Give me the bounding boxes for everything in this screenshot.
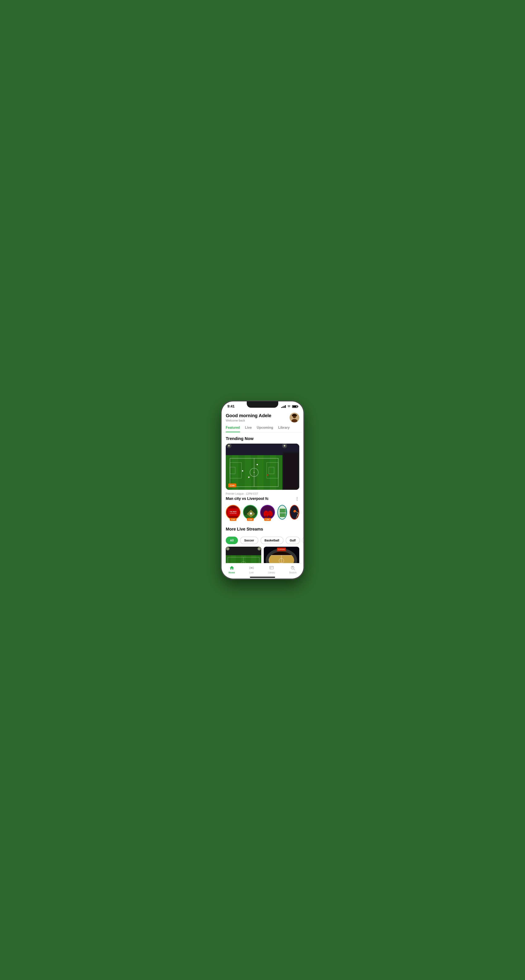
trending-section-title: Trending Now <box>221 433 304 444</box>
avatar[interactable] <box>290 413 299 422</box>
circle-live-badge-2: Live <box>247 518 254 521</box>
wifi-icon <box>287 405 291 408</box>
svg-line-85 <box>294 569 295 570</box>
circle-live-badge-3: Live <box>264 518 271 521</box>
trending-live-badge: Live <box>228 484 236 487</box>
sport-circle-boxing[interactable]: Live <box>260 505 275 520</box>
greeting-subtitle: Welcome back <box>226 419 271 422</box>
svg-rect-63 <box>236 555 241 563</box>
svg-rect-62 <box>226 555 231 563</box>
library-icon <box>269 565 274 570</box>
nav-library[interactable]: Library <box>268 565 275 574</box>
svg-point-3 <box>292 415 294 416</box>
home-icon <box>229 565 234 570</box>
match-title-row: Man city vs Liverpool fc ⋮ <box>226 496 299 501</box>
svg-point-26 <box>284 445 285 447</box>
signal-icon <box>281 405 286 408</box>
sport-circle-soccer[interactable]: THE REDS GO MARCHING Live <box>226 505 240 520</box>
svg-point-17 <box>254 472 255 473</box>
svg-point-28 <box>257 464 258 465</box>
tab-featured[interactable]: Featured <box>226 426 240 432</box>
svg-point-25 <box>228 445 230 447</box>
nav-search-label: Search <box>289 571 296 574</box>
svg-point-51 <box>298 509 299 511</box>
stream-card-soccer[interactable]: Live CHAMPIONS LEAGUE Man United vs Chel… <box>226 547 261 563</box>
phone-frame: 9:41 <box>221 401 304 579</box>
svg-line-56 <box>298 515 299 518</box>
nav-library-label: Library <box>268 571 275 574</box>
svg-point-87 <box>292 566 293 568</box>
content-area[interactable]: Good morning Adele Welcome back <box>221 410 304 563</box>
svg-point-29 <box>267 474 268 476</box>
svg-text:THE REDS: THE REDS <box>230 511 237 512</box>
stream-thumb-basketball: CLIPPERS Live <box>264 547 299 563</box>
trending-card[interactable]: Live <box>226 444 299 490</box>
filter-gulf[interactable]: Gulf <box>286 537 300 544</box>
svg-rect-60 <box>226 547 261 556</box>
filter-soccer[interactable]: Soccer <box>240 537 258 544</box>
nav-home-label: Home <box>229 571 235 574</box>
status-icons <box>281 405 298 408</box>
stream-grid: Live CHAMPIONS LEAGUE Man United vs Chel… <box>221 547 304 563</box>
trending-image: Live <box>226 444 299 490</box>
svg-rect-64 <box>246 555 251 563</box>
svg-text:CLIPPERS: CLIPPERS <box>278 549 285 550</box>
tab-library[interactable]: Library <box>278 426 290 432</box>
nav-live-label: Live <box>250 571 254 574</box>
search-icon <box>290 565 295 570</box>
svg-point-58 <box>294 510 296 512</box>
svg-rect-42 <box>265 515 267 517</box>
notch <box>247 401 278 408</box>
stadium-svg <box>226 444 299 490</box>
svg-point-69 <box>226 547 229 550</box>
greeting-section: Good morning Adele Welcome back <box>226 413 271 422</box>
circle-live-badge-1: Live <box>230 518 237 521</box>
svg-point-4 <box>295 415 297 416</box>
svg-point-80 <box>251 567 252 568</box>
sport-circle-baseball[interactable]: Live <box>243 505 258 520</box>
svg-rect-81 <box>270 566 274 569</box>
match-title: Man city vs Liverpool fc <box>226 496 269 501</box>
match-info: Premier League - 12PM EST Man city vs Li… <box>221 490 304 503</box>
stream-card-basketball[interactable]: CLIPPERS Live BASKETBALL Our Planet <box>264 547 299 563</box>
match-league: Premier League - 12PM EST <box>226 492 299 495</box>
svg-text:GO MARCHING: GO MARCHING <box>229 513 237 514</box>
svg-point-30 <box>248 477 250 478</box>
phone-screen: 9:41 <box>221 401 304 579</box>
nav-home[interactable]: Home <box>229 565 235 574</box>
stream-thumb-soccer: Live <box>226 547 261 563</box>
svg-rect-22 <box>283 453 298 489</box>
tabs-bar: Featured Live Upcoming Library <box>221 426 304 433</box>
nav-live[interactable]: Live <box>249 565 254 574</box>
filter-basketball[interactable]: Basketball <box>260 537 283 544</box>
filter-row: All Soccer Basketball Gulf Boxing <box>221 534 304 547</box>
status-time: 9:41 <box>228 404 235 409</box>
svg-line-54 <box>299 512 299 513</box>
battery-icon <box>292 405 298 408</box>
greeting-name: Good morning Adele <box>226 413 271 418</box>
svg-rect-43 <box>269 515 271 517</box>
header: Good morning Adele Welcome back <box>221 410 304 426</box>
sport-circles-row[interactable]: THE REDS GO MARCHING Live <box>221 503 304 523</box>
filter-all[interactable]: All <box>226 537 238 544</box>
svg-rect-65 <box>256 555 261 563</box>
bottom-nav: Home Live Library <box>221 563 304 576</box>
nav-search[interactable]: Search <box>289 565 296 574</box>
svg-point-70 <box>258 547 261 550</box>
live-icon <box>249 565 254 570</box>
svg-point-27 <box>242 470 243 471</box>
more-options-icon[interactable]: ⋮ <box>295 496 299 501</box>
tab-upcoming[interactable]: Upcoming <box>257 426 273 432</box>
tab-live[interactable]: Live <box>245 426 252 432</box>
svg-rect-13 <box>276 455 282 490</box>
svg-point-38 <box>250 512 252 515</box>
filter-boxing[interactable]: Boxing <box>302 537 304 544</box>
home-indicator <box>250 577 275 578</box>
more-streams-title: More Live Streams <box>221 523 304 534</box>
